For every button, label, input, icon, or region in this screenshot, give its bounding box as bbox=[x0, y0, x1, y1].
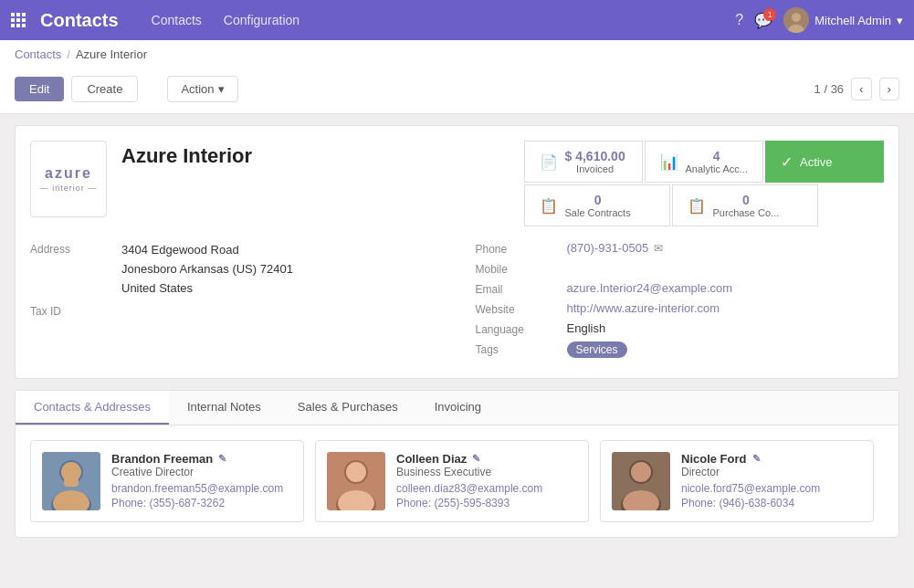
contact-card-nicole: Nicole Ford ✎ Director nicole.ford75@exa… bbox=[600, 440, 874, 522]
mobile-label: Mobile bbox=[476, 261, 567, 276]
tab-internal-notes[interactable]: Internal Notes bbox=[169, 391, 279, 425]
user-avatar bbox=[783, 7, 809, 33]
contact-role-nicole: Director bbox=[681, 466, 862, 478]
invoiced-label: Invoiced bbox=[565, 163, 625, 174]
contact-phone-label-nicole: Phone: bbox=[681, 497, 716, 509]
app-title: Contacts bbox=[40, 10, 119, 31]
chat-icon-wrapper[interactable]: 💬 1 bbox=[754, 12, 772, 29]
contact-email-brandon[interactable]: brandon.freeman55@example.com bbox=[111, 482, 292, 495]
analytic-count: 4 bbox=[686, 149, 748, 163]
contact-phone-value-colleen[interactable]: (255)-595-8393 bbox=[434, 497, 510, 509]
phone-field-row: Phone (870)-931-0505 ✉ bbox=[476, 241, 885, 256]
main-content: azure — interior — Azure Interior 📄 $ 4,… bbox=[0, 114, 914, 549]
user-menu[interactable]: Mitchell Admin ▾ bbox=[783, 7, 903, 33]
contact-edit-icon-brandon[interactable]: ✎ bbox=[218, 453, 226, 465]
contact-name-text-brandon: Brandon Freeman bbox=[111, 452, 213, 466]
nav-contacts[interactable]: Contacts bbox=[141, 0, 213, 40]
contact-name-colleen: Colleen Diaz ✎ bbox=[396, 452, 577, 466]
contact-phone-brandon: Phone: (355)-687-3262 bbox=[111, 497, 292, 509]
contacts-grid: Brandon Freeman ✎ Creative Director bran… bbox=[16, 425, 898, 537]
address-line1: 3404 Edgewood Road bbox=[121, 241, 439, 260]
website-field-row: Website http://www.azure-interior.com bbox=[476, 301, 885, 316]
invoice-icon: 📄 bbox=[540, 153, 558, 171]
contact-phone-label-brandon: Phone: bbox=[111, 497, 146, 509]
tabs-bar: Contacts & Addresses Internal Notes Sale… bbox=[15, 390, 899, 538]
action-button[interactable]: Action ▾ bbox=[167, 76, 237, 102]
contact-name-nicole: Nicole Ford ✎ bbox=[681, 452, 862, 466]
phone-value[interactable]: (870)-931-0505 bbox=[567, 241, 649, 255]
breadcrumb: Contacts / Azure Interior bbox=[15, 47, 899, 61]
pager: 1 / 36 ‹ › bbox=[814, 78, 899, 100]
purchase-icon: 📋 bbox=[688, 197, 706, 215]
address-line3: United States bbox=[121, 279, 439, 299]
taxid-field-row: Tax ID bbox=[30, 303, 439, 318]
website-label: Website bbox=[476, 301, 567, 316]
invoiced-stat-button[interactable]: 📄 $ 4,610.00 Invoiced bbox=[524, 141, 643, 183]
sale-contracts-button[interactable]: 📋 0 Sale Contracts bbox=[524, 184, 670, 226]
contact-email-nicole[interactable]: nicole.ford75@example.com bbox=[681, 482, 862, 495]
tab-sales-purchases[interactable]: Sales & Purchases bbox=[279, 391, 416, 425]
fields-left: Address 3404 Edgewood Road Jonesboro Ark… bbox=[30, 241, 439, 363]
tags-field-row: Tags Services bbox=[476, 341, 885, 358]
contact-avatar-nicole bbox=[612, 452, 670, 510]
address-label: Address bbox=[30, 241, 121, 256]
svg-point-1 bbox=[792, 13, 801, 22]
company-logo: azure — interior — bbox=[30, 141, 107, 217]
apps-grid-icon[interactable] bbox=[11, 13, 26, 27]
breadcrumb-parent[interactable]: Contacts bbox=[15, 47, 61, 61]
breadcrumb-separator: / bbox=[67, 47, 70, 61]
sale-contract-icon: 📋 bbox=[540, 197, 558, 215]
contact-phone-colleen: Phone: (255)-595-8393 bbox=[396, 497, 577, 509]
nav-configuration[interactable]: Configuration bbox=[213, 0, 310, 40]
tag-services[interactable]: Services bbox=[567, 341, 627, 358]
chat-badge: 1 bbox=[763, 8, 776, 21]
contact-phone-label-colleen: Phone: bbox=[396, 497, 431, 509]
stat-buttons: 📄 $ 4,610.00 Invoiced 📊 4 Analytic Acc..… bbox=[524, 141, 884, 226]
action-dropdown-icon: ▾ bbox=[218, 82, 225, 96]
invoiced-amount: $ 4,610.00 bbox=[565, 149, 625, 163]
action-label: Action bbox=[181, 82, 214, 96]
contact-avatar-brandon bbox=[42, 452, 100, 510]
website-value[interactable]: http://www.azure-interior.com bbox=[567, 301, 885, 315]
help-icon[interactable]: ? bbox=[735, 12, 743, 28]
svg-rect-8 bbox=[64, 478, 79, 487]
analytic-icon: 📊 bbox=[660, 153, 678, 171]
logo-top-text: azure bbox=[40, 164, 98, 184]
purchase-count: 0 bbox=[713, 193, 780, 207]
address-value: 3404 Edgewood Road Jonesboro Arkansas (U… bbox=[121, 241, 439, 298]
user-dropdown-icon: ▾ bbox=[897, 14, 903, 27]
sale-contracts-label: Sale Contracts bbox=[565, 207, 631, 218]
address-line2: Jonesboro Arkansas (US) 72401 bbox=[121, 260, 439, 279]
record-card: azure — interior — Azure Interior 📄 $ 4,… bbox=[15, 125, 899, 379]
phone-label: Phone bbox=[476, 241, 567, 256]
pager-prev[interactable]: ‹ bbox=[851, 78, 871, 100]
record-header: azure — interior — Azure Interior 📄 $ 4,… bbox=[30, 141, 884, 226]
top-navigation: Contacts Contacts Configuration ? 💬 1 Mi… bbox=[0, 0, 914, 40]
tab-contacts-addresses[interactable]: Contacts & Addresses bbox=[16, 391, 169, 425]
contact-email-colleen[interactable]: colleen.diaz83@example.com bbox=[396, 482, 577, 495]
tab-invoicing[interactable]: Invoicing bbox=[416, 391, 499, 425]
contact-name-brandon: Brandon Freeman ✎ bbox=[111, 452, 292, 466]
user-name: Mitchell Admin bbox=[814, 14, 891, 27]
edit-button[interactable]: Edit bbox=[15, 77, 64, 101]
active-stat-button[interactable]: ✓ Active bbox=[765, 141, 884, 183]
tax-id-label: Tax ID bbox=[30, 303, 121, 318]
contact-phone-value-brandon[interactable]: (355)-687-3262 bbox=[149, 497, 225, 509]
contact-edit-icon-nicole[interactable]: ✎ bbox=[752, 453, 761, 465]
tags-label: Tags bbox=[476, 341, 567, 356]
contact-info-brandon: Brandon Freeman ✎ Creative Director bran… bbox=[111, 452, 292, 509]
fields-right: Phone (870)-931-0505 ✉ Mobile Email azur… bbox=[476, 241, 885, 363]
contact-phone-value-nicole[interactable]: (946)-638-6034 bbox=[719, 497, 794, 509]
breadcrumb-current: Azure Interior bbox=[76, 47, 147, 61]
pager-next[interactable]: › bbox=[879, 78, 899, 100]
active-label: Active bbox=[800, 155, 832, 169]
phone-mail-icon[interactable]: ✉ bbox=[654, 242, 663, 255]
contact-card-brandon: Brandon Freeman ✎ Creative Director bran… bbox=[30, 440, 304, 522]
email-value[interactable]: azure.Interior24@example.com bbox=[567, 281, 885, 295]
email-field-row: Email azure.Interior24@example.com bbox=[476, 281, 885, 296]
phone-value-row: (870)-931-0505 ✉ bbox=[567, 241, 885, 255]
purchase-contracts-button[interactable]: 📋 0 Purchase Co... bbox=[672, 184, 818, 226]
create-button[interactable]: Create bbox=[71, 76, 138, 102]
analytic-stat-button[interactable]: 📊 4 Analytic Acc... bbox=[645, 141, 763, 183]
contact-edit-icon-colleen[interactable]: ✎ bbox=[472, 453, 480, 465]
